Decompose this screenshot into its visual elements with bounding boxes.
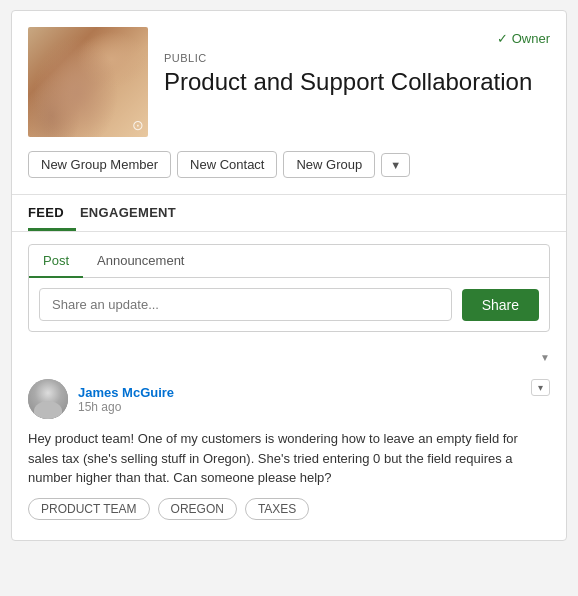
avatar <box>28 379 68 419</box>
author-name[interactable]: James McGuire <box>78 385 174 400</box>
author-info: James McGuire 15h ago <box>78 385 174 414</box>
tag-taxes[interactable]: TAXES <box>245 498 309 520</box>
post-tab-post[interactable]: Post <box>29 245 83 278</box>
post-tab-announcement[interactable]: Announcement <box>83 245 198 278</box>
group-image: ⊙ <box>28 27 148 137</box>
owner-badge: ✓ Owner <box>164 31 550 46</box>
new-contact-button[interactable]: New Contact <box>177 151 277 178</box>
post-author: James McGuire 15h ago <box>28 379 174 419</box>
dropdown-button[interactable]: ▼ <box>381 153 410 177</box>
camera-icon: ⊙ <box>132 117 144 133</box>
feed-section: Post Announcement Share ▼ James McGuire … <box>12 231 566 540</box>
new-group-button[interactable]: New Group <box>283 151 375 178</box>
header-info: ✓ Owner PUBLIC Product and Support Colla… <box>164 27 550 97</box>
post-item: James McGuire 15h ago ▾ Hey product team… <box>28 371 550 528</box>
tag-product-team[interactable]: PRODUCT TEAM <box>28 498 150 520</box>
post-body: Hey product team! One of my customers is… <box>28 429 550 488</box>
group-title: Product and Support Collaboration <box>164 68 550 97</box>
post-box: Post Announcement Share <box>28 244 550 332</box>
post-menu-button[interactable]: ▾ <box>531 379 550 396</box>
main-card: ⊙ ✓ Owner PUBLIC Product and Support Col… <box>11 10 567 541</box>
post-tags: PRODUCT TEAM OREGON TAXES <box>28 498 550 520</box>
tag-oregon[interactable]: OREGON <box>158 498 237 520</box>
post-input-row: Share <box>29 278 549 331</box>
post-time: 15h ago <box>78 400 174 414</box>
new-group-member-button[interactable]: New Group Member <box>28 151 171 178</box>
group-header: ⊙ ✓ Owner PUBLIC Product and Support Col… <box>12 11 566 190</box>
filter-icon[interactable]: ▼ <box>540 352 550 363</box>
tab-feed[interactable]: FEED <box>28 195 76 231</box>
share-update-input[interactable] <box>39 288 452 321</box>
tab-engagement[interactable]: ENGAGEMENT <box>80 195 188 231</box>
post-header: James McGuire 15h ago ▾ <box>28 379 550 419</box>
share-button[interactable]: Share <box>462 289 539 321</box>
filter-row: ▼ <box>28 348 550 371</box>
action-buttons: New Group Member New Contact New Group ▼ <box>28 151 550 178</box>
post-type-tabs: Post Announcement <box>29 245 549 278</box>
public-label: PUBLIC <box>164 52 550 64</box>
main-tabs: FEED ENGAGEMENT <box>12 194 566 231</box>
